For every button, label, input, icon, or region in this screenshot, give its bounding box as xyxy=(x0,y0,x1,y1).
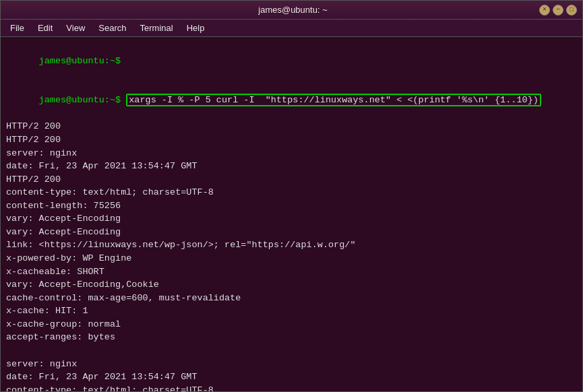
output-line-16: accept-ranges: bytes xyxy=(6,331,577,344)
terminal-line-command: james@ubuntu:~$ xargs -I % -P 5 curl -I … xyxy=(6,81,577,121)
output-line-15: x-cache-group: normal xyxy=(6,318,577,331)
title-bar: james@ubuntu: ~ × − □ xyxy=(1,1,582,20)
prompt-text-2: james@ubuntu:~$ xyxy=(39,95,127,105)
output-line-20: content-type: text/html; charset=UTF-8 xyxy=(6,384,577,391)
output-line-18: server: nginx xyxy=(6,358,577,371)
menu-file[interactable]: File xyxy=(5,22,30,34)
menu-help[interactable]: Help xyxy=(181,22,210,34)
terminal-command: xargs -I % -P 5 curl -I "https://linuxwa… xyxy=(126,94,541,106)
menu-search[interactable]: Search xyxy=(93,22,131,34)
output-line-1: HTTP/2 200 xyxy=(6,133,577,147)
output-line-13: cache-control: max-age=600, must-revalid… xyxy=(6,292,577,305)
menu-view[interactable]: View xyxy=(61,22,90,34)
output-line-11: x-cacheable: SHORT xyxy=(6,265,577,279)
window-controls: × − □ xyxy=(539,5,577,15)
output-line-5: content-type: text/html; charset=UTF-8 xyxy=(6,186,577,199)
terminal-window: james@ubuntu: ~ × − □ File Edit View Sea… xyxy=(0,0,583,392)
output-line-2: server: nginx xyxy=(6,147,577,160)
terminal-body[interactable]: james@ubuntu:~$ james@ubuntu:~$ xargs -I… xyxy=(1,37,582,391)
menu-terminal[interactable]: Terminal xyxy=(135,22,179,34)
output-line-6: content-length: 75256 xyxy=(6,199,577,213)
output-line-0: HTTP/2 200 xyxy=(6,120,577,133)
output-line-9: link: <https://linuxways.net/wp-json/>; … xyxy=(6,238,577,252)
output-line-3: date: Fri, 23 Apr 2021 13:54:47 GMT xyxy=(6,160,577,173)
maximize-button[interactable]: □ xyxy=(566,5,577,15)
output-line-19: date: Fri, 23 Apr 2021 13:54:47 GMT xyxy=(6,370,577,384)
output-line-4: HTTP/2 200 xyxy=(6,173,577,187)
output-line-8: vary: Accept-Encoding xyxy=(6,226,577,239)
terminal-line-prompt1: james@ubuntu:~$ xyxy=(6,41,577,81)
output-line-12: vary: Accept-Encoding,Cookie xyxy=(6,278,577,292)
close-button[interactable]: × xyxy=(539,5,550,15)
blank-line xyxy=(6,344,577,358)
minimize-button[interactable]: − xyxy=(553,5,563,15)
output-line-10: x-powered-by: WP Engine xyxy=(6,252,577,265)
output-line-14: x-cache: HIT: 1 xyxy=(6,304,577,318)
menu-bar: File Edit View Search Terminal Help xyxy=(1,20,582,37)
output-line-7: vary: Accept-Encoding xyxy=(6,212,577,226)
window-title: james@ubuntu: ~ xyxy=(47,5,539,15)
menu-edit[interactable]: Edit xyxy=(32,22,58,34)
prompt-text-1: james@ubuntu:~$ xyxy=(39,56,127,66)
